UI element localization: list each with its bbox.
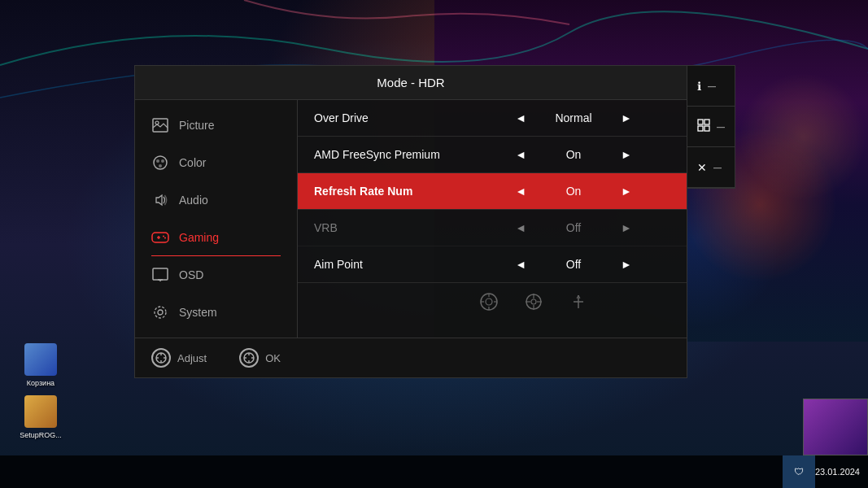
- menu-row-vrb[interactable]: VRB ◄ Off ►: [298, 210, 687, 246]
- desktop-icon-rog[interactable]: SetupROG...: [16, 395, 65, 439]
- refresh-rate-num-label: Refresh Rate Num: [314, 185, 477, 198]
- grid-icon: [697, 119, 710, 135]
- taskbar-info-icon[interactable]: 🛡: [783, 455, 815, 488]
- refresh-rate-num-value: On: [549, 185, 598, 198]
- amd-freesync-arrow-right[interactable]: ►: [614, 145, 639, 164]
- osd-body: Picture Color: [135, 100, 687, 338]
- amd-freesync-control: ◄ On ►: [477, 145, 670, 164]
- svg-point-14: [158, 310, 163, 315]
- svg-point-4: [161, 159, 164, 163]
- osd-sidebar: Picture Color: [135, 100, 298, 338]
- svg-point-10: [164, 237, 166, 239]
- sidebar-item-audio[interactable]: Audio: [135, 181, 297, 219]
- vrb-control: ◄ Off ►: [477, 218, 670, 237]
- info-dash: –: [708, 77, 716, 94]
- svg-rect-43: [704, 120, 709, 124]
- close-icon: ✕: [697, 161, 707, 174]
- over-drive-value: Normal: [549, 111, 598, 124]
- svg-rect-11: [153, 268, 168, 280]
- over-drive-control: ◄ Normal ►: [477, 108, 670, 128]
- osd-menu: Mode - HDR Picture: [134, 65, 687, 378]
- svg-point-5: [159, 164, 162, 168]
- vrb-arrow-right[interactable]: ►: [614, 218, 639, 237]
- sidebar-item-picture[interactable]: Picture: [135, 107, 297, 144]
- svg-rect-44: [698, 126, 703, 131]
- system-icon: [151, 303, 169, 321]
- vrb-value: Off: [549, 221, 598, 234]
- info-icon: ℹ: [697, 80, 701, 93]
- desktop-icon-trash-label: Корзина: [27, 379, 55, 387]
- vrb-arrow-left[interactable]: ◄: [508, 218, 533, 237]
- menu-row-amd-freesync[interactable]: AMD FreeSync Premium ◄ On ►: [298, 137, 687, 173]
- aim-point-arrow-left[interactable]: ◄: [508, 255, 533, 274]
- osd-content: Over Drive ◄ Normal ► AMD FreeSync Premi…: [298, 100, 687, 338]
- aim-point-arrow-right[interactable]: ►: [614, 255, 639, 274]
- side-icons-panel: ℹ – – ✕ –: [687, 65, 735, 189]
- osd-title: Mode - HDR: [135, 66, 687, 100]
- aim-point-icon-2[interactable]: [521, 290, 546, 314]
- over-drive-label: Over Drive: [314, 111, 477, 124]
- over-drive-arrow-right[interactable]: ►: [614, 108, 639, 128]
- side-icon-close[interactable]: ✕ –: [687, 147, 735, 188]
- adjust-icon: [151, 348, 171, 368]
- amd-freesync-arrow-left[interactable]: ◄: [508, 145, 533, 164]
- menu-row-over-drive[interactable]: Over Drive ◄ Normal ►: [298, 100, 687, 137]
- desktop-icon-trash[interactable]: Корзина: [16, 343, 65, 387]
- sidebar-item-osd[interactable]: OSD: [135, 256, 297, 294]
- svg-point-23: [531, 299, 536, 304]
- svg-point-17: [486, 298, 492, 305]
- aim-point-label: Aim Point: [314, 258, 477, 271]
- ok-icon: [239, 348, 259, 368]
- svg-rect-45: [704, 126, 709, 131]
- grid-dash: –: [717, 118, 725, 135]
- amd-freesync-value: On: [549, 148, 598, 161]
- sidebar-item-system[interactable]: System: [135, 294, 297, 331]
- osd-icon: [151, 266, 169, 284]
- footer-adjust: Adjust: [151, 348, 207, 368]
- taskbar: 🛡 23.01.2024: [0, 455, 868, 488]
- sidebar-label-picture: Picture: [179, 119, 215, 132]
- picture-icon: [151, 116, 169, 134]
- aim-point-icon-3[interactable]: [566, 290, 591, 314]
- ok-label: OK: [265, 352, 281, 364]
- sidebar-label-audio: Audio: [179, 194, 208, 207]
- desktop-icons: Корзина SetupROG...: [16, 343, 65, 439]
- svg-point-9: [163, 236, 164, 237]
- over-drive-arrow-left[interactable]: ◄: [508, 108, 533, 128]
- color-icon: [151, 154, 169, 172]
- vrb-label: VRB: [314, 221, 477, 234]
- menu-row-aim-point[interactable]: Aim Point ◄ Off ►: [298, 246, 687, 283]
- thumbnail-preview: [803, 399, 868, 455]
- sidebar-label-gaming: Gaming: [179, 231, 219, 244]
- adjust-label: Adjust: [177, 352, 207, 364]
- refresh-rate-num-control: ◄ On ►: [477, 181, 670, 201]
- sidebar-item-color[interactable]: Color: [135, 144, 297, 181]
- gaming-icon: [151, 229, 169, 246]
- svg-rect-42: [698, 120, 703, 124]
- svg-point-3: [156, 159, 159, 163]
- sidebar-label-system: System: [179, 306, 217, 319]
- sidebar-label-osd: OSD: [179, 268, 203, 281]
- footer-ok[interactable]: OK: [239, 348, 281, 368]
- taskbar-time: 23.01.2024: [815, 467, 860, 477]
- sidebar-item-gaming[interactable]: Gaming: [135, 219, 297, 256]
- side-icon-info[interactable]: ℹ –: [687, 66, 735, 107]
- aim-point-value: Off: [549, 258, 598, 271]
- audio-icon: [151, 191, 169, 209]
- menu-row-refresh-rate-num[interactable]: Refresh Rate Num ◄ On ►: [298, 173, 687, 210]
- aim-point-control: ◄ Off ►: [477, 255, 670, 274]
- close-dash: –: [713, 159, 722, 176]
- side-icon-grid[interactable]: –: [687, 107, 735, 147]
- refresh-rate-num-arrow-right[interactable]: ►: [614, 181, 639, 201]
- osd-footer: Adjust OK: [135, 338, 687, 377]
- refresh-rate-num-arrow-left[interactable]: ◄: [508, 181, 533, 201]
- aim-point-icons-row: [298, 283, 687, 320]
- desktop-icon-rog-label: SetupROG...: [20, 431, 62, 439]
- sidebar-label-color: Color: [179, 156, 206, 169]
- aim-point-icon-1[interactable]: [477, 290, 501, 314]
- svg-point-15: [155, 307, 166, 318]
- amd-freesync-label: AMD FreeSync Premium: [314, 148, 477, 161]
